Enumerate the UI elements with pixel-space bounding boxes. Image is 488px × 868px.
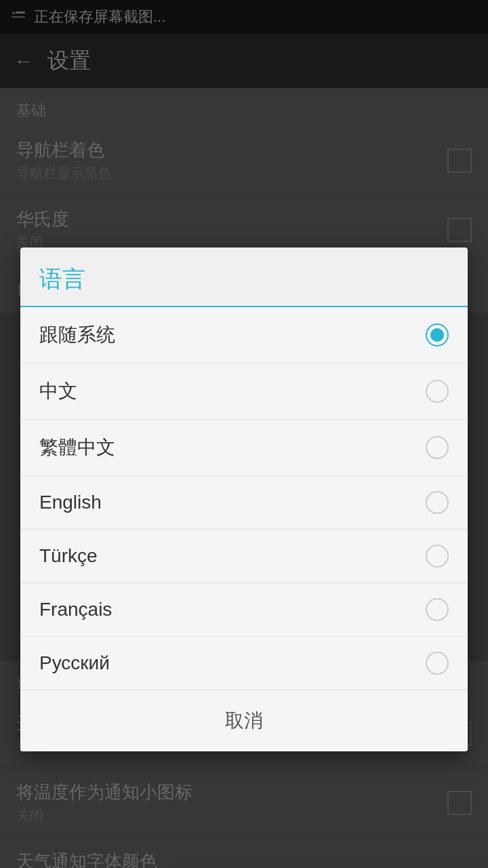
dialog-option-label-4: Türkçe [39,545,98,567]
cancel-button[interactable]: 取消 [211,704,277,738]
radio-3[interactable] [426,491,449,514]
radio-1[interactable] [426,380,449,403]
dialog-option-5[interactable]: Français [20,583,468,637]
dialog-option-4[interactable]: Türkçe [20,530,468,583]
radio-6[interactable] [426,652,449,675]
dialog-options-list: 跟随系统中文繁體中文EnglishTürkçeFrançaisРусский [20,307,468,690]
dialog-cancel-row: 取消 [20,690,468,751]
radio-5[interactable] [426,598,449,621]
dialog-option-label-3: English [39,492,102,513]
dialog-option-label-0: 跟随系统 [39,322,115,348]
dialog-option-3[interactable]: English [20,476,468,530]
radio-0[interactable] [426,323,449,347]
dialog-option-6[interactable]: Русский [20,637,468,690]
dialog-title: 语言 [39,266,85,292]
dialog-option-1[interactable]: 中文 [20,363,468,420]
radio-4[interactable] [426,545,449,568]
dialog-option-label-6: Русский [39,652,110,674]
dialog-option-0[interactable]: 跟随系统 [20,307,468,363]
dialog-option-label-2: 繁體中文 [39,435,115,460]
dialog-option-label-1: 中文 [39,378,77,404]
language-dialog: 语言 跟随系统中文繁體中文EnglishTürkçeFrançaisРусски… [20,248,468,751]
dialog-option-label-5: Français [39,599,112,620]
radio-2[interactable] [426,436,449,459]
dialog-option-2[interactable]: 繁體中文 [20,420,468,476]
dialog-title-row: 语言 [20,248,468,307]
